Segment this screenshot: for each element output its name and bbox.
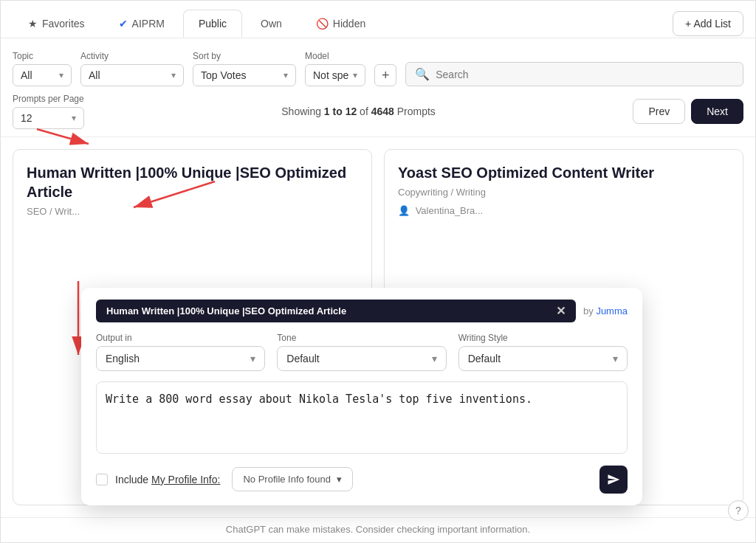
popup-by-label: by [583, 305, 594, 317]
sortby-value: Top Votes [201, 69, 247, 81]
activity-value: All [89, 69, 100, 81]
popup-footer: Include My Profile Info: No Profile Info… [96, 463, 628, 494]
bottom-bar-text: ChatGPT can make mistakes. Consider chec… [226, 524, 530, 535]
tone-chevron-icon: ▾ [432, 353, 437, 364]
showing-label: Showing [281, 106, 321, 117]
popup-title-pill: Human Written |100% Unique |SEO Optimize… [96, 300, 576, 322]
popup-by: by Jumma [583, 305, 628, 317]
tab-favorites[interactable]: ★ Favorites [13, 10, 100, 38]
profile-select-chevron-icon: ▾ [337, 474, 342, 485]
activity-label: Activity [80, 51, 184, 61]
activity-chevron-icon: ▾ [171, 70, 176, 80]
activity-select[interactable]: All ▾ [80, 64, 184, 86]
showing-prompts: Prompts [397, 106, 436, 117]
add-filter-button[interactable]: + [374, 64, 396, 86]
topic-label: Topic [13, 51, 72, 61]
output-in-select[interactable]: English ▾ [96, 346, 265, 371]
writing-style-chevron-icon: ▾ [613, 353, 618, 364]
showing-text: Showing 1 to 12 of 4648 Prompts [93, 106, 625, 117]
sortby-select[interactable]: Top Votes ▾ [193, 64, 296, 86]
prompts-per-page-filter: Prompts per Page 12 ▾ [13, 94, 84, 129]
tab-public-label: Public [199, 18, 227, 30]
card-2-title: Yoast SEO Optimized Content Writer [398, 163, 729, 182]
tab-favorites-label: Favorites [42, 18, 85, 30]
popup-title: Human Written |100% Unique |SEO Optimize… [106, 305, 346, 317]
popup-author-link[interactable]: Jumma [596, 305, 628, 317]
card-1-category: SEO / Writ... [27, 206, 358, 217]
topic-select[interactable]: All ▾ [13, 64, 72, 86]
prompts-per-page-value: 12 [21, 112, 32, 124]
tone-value: Default [286, 353, 319, 364]
main-container: ★ Favorites ✔ AIPRM Public Own 🚫 Hidden … [0, 0, 756, 543]
profile-info-select[interactable]: No Profile Info found ▾ [232, 467, 353, 491]
filter-area: Topic All ▾ Activity All ▾ Sort by Top V… [1, 38, 755, 137]
model-select[interactable]: Not spe ▾ [305, 64, 365, 86]
bottom-bar: ChatGPT can make mistakes. Consider chec… [1, 517, 755, 542]
showing-range: 1 to 12 [324, 106, 357, 117]
check-icon: ✔ [119, 18, 128, 30]
tab-bar: ★ Favorites ✔ AIPRM Public Own 🚫 Hidden … [1, 1, 755, 38]
send-icon [607, 473, 620, 486]
prompts-per-page-label: Prompts per Page [13, 94, 84, 104]
add-list-button[interactable]: + Add List [673, 11, 743, 36]
search-box[interactable]: 🔍 [405, 62, 743, 86]
tab-hidden[interactable]: 🚫 Hidden [300, 10, 381, 38]
topic-chevron-icon: ▾ [59, 70, 63, 80]
search-icon: 🔍 [415, 67, 430, 81]
help-button[interactable]: ? [728, 500, 749, 521]
filter-row-2: Prompts per Page 12 ▾ Showing 1 to 12 of… [13, 94, 743, 129]
plus-icon: + [382, 68, 390, 83]
output-in-value: English [106, 353, 140, 364]
pagination-nav: Prev Next [633, 99, 743, 124]
tone-label: Tone [277, 333, 446, 343]
sortby-label: Sort by [193, 51, 296, 61]
next-button[interactable]: Next [691, 99, 743, 124]
tab-own[interactable]: Own [245, 10, 298, 38]
tab-hidden-label: Hidden [333, 18, 365, 30]
tone-select[interactable]: Default ▾ [277, 346, 446, 371]
output-in-group: Output in English ▾ [96, 333, 265, 371]
include-profile-checkbox[interactable] [96, 474, 108, 485]
topic-value: All [21, 69, 32, 81]
writing-style-select[interactable]: Default ▾ [458, 346, 628, 371]
include-label: Include My Profile Info: [115, 474, 220, 485]
popup-selects: Output in English ▾ Tone Default ▾ Writi… [96, 333, 628, 371]
popup-header: Human Written |100% Unique |SEO Optimize… [96, 300, 628, 322]
writing-style-group: Writing Style Default ▾ [458, 333, 628, 371]
no-profile-value: No Profile Info found [243, 474, 331, 485]
help-icon: ? [735, 505, 741, 516]
showing-count: 4648 [371, 106, 394, 117]
card-2-author-name: Valentina_Bra... [416, 205, 484, 216]
prev-button[interactable]: Prev [633, 99, 685, 124]
star-icon: ★ [28, 18, 38, 30]
writing-style-value: Default [468, 353, 501, 364]
add-list-label: + Add List [685, 18, 731, 30]
send-button[interactable] [599, 466, 628, 494]
search-input[interactable] [436, 69, 734, 80]
prompts-per-page-select[interactable]: 12 ▾ [13, 107, 84, 129]
popup-close-button[interactable]: ✕ [556, 304, 566, 318]
writing-style-label: Writing Style [458, 333, 628, 343]
model-label: Model [305, 51, 365, 61]
prompt-textarea-wrap: Write a 800 word essay about Nikola Tesl… [96, 381, 628, 454]
output-in-chevron-icon: ▾ [250, 353, 255, 364]
activity-filter: Activity All ▾ [80, 51, 184, 86]
showing-of: of [360, 106, 368, 117]
card-2-author: 👤 Valentina_Bra... [398, 205, 729, 216]
search-group: x 🔍 [405, 49, 743, 86]
popup-modal: Human Written |100% Unique |SEO Optimize… [81, 288, 642, 505]
output-in-label: Output in [96, 333, 265, 343]
tab-public[interactable]: Public [183, 10, 242, 38]
model-chevron-icon: ▾ [353, 70, 357, 80]
sortby-chevron-icon: ▾ [284, 70, 288, 80]
topic-filter: Topic All ▾ [13, 51, 72, 86]
tab-aiprm[interactable]: ✔ AIPRM [103, 10, 180, 38]
model-filter: Model Not spe ▾ [305, 51, 365, 86]
profile-info-link[interactable]: My Profile Info: [151, 474, 220, 485]
card-1-title: Human Written |100% Unique |SEO Optimize… [27, 163, 358, 201]
tone-group: Tone Default ▾ [277, 333, 446, 371]
prompt-textarea[interactable]: Write a 800 word essay about Nikola Tesl… [106, 391, 618, 441]
filter-row-1: Topic All ▾ Activity All ▾ Sort by Top V… [13, 49, 743, 86]
sortby-filter: Sort by Top Votes ▾ [193, 51, 296, 86]
ppp-chevron-icon: ▾ [72, 113, 76, 123]
